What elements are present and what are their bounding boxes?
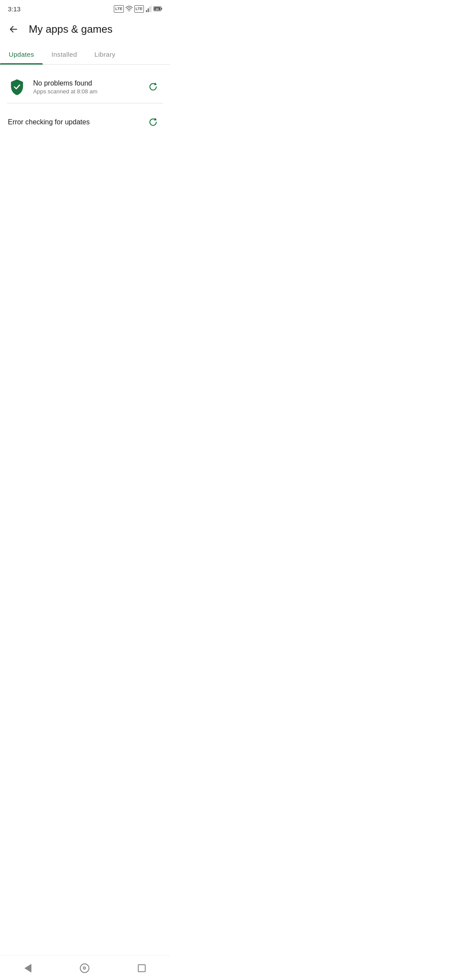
update-refresh-button[interactable]	[144, 113, 162, 131]
svg-rect-6	[161, 8, 162, 10]
security-subtitle: Apps scanned at 8:08 am	[33, 88, 137, 95]
battery-icon: 96	[154, 6, 162, 12]
divider	[7, 103, 163, 103]
security-title: No problems found	[33, 79, 137, 87]
security-text: No problems found Apps scanned at 8:08 a…	[33, 79, 137, 95]
signal-icon	[146, 5, 152, 12]
svg-rect-2	[148, 8, 149, 12]
back-button[interactable]	[5, 21, 22, 38]
tabs-container: Updates Installed Library	[0, 45, 170, 65]
page-title: My apps & games	[29, 23, 113, 35]
svg-rect-4	[151, 5, 152, 12]
svg-rect-1	[146, 10, 147, 12]
error-text: Error checking for updates	[8, 118, 137, 126]
lte2-icon: LTE	[134, 5, 144, 13]
tab-installed[interactable]: Installed	[43, 45, 86, 64]
status-time: 3:13	[8, 5, 20, 13]
error-row: Error checking for updates	[0, 104, 170, 140]
svg-text:96: 96	[156, 7, 159, 10]
svg-rect-3	[150, 7, 150, 12]
content-area: No problems found Apps scanned at 8:08 a…	[0, 65, 170, 147]
tab-library[interactable]: Library	[86, 45, 124, 64]
status-bar: 3:13 LTE LTE 96	[0, 0, 170, 16]
wifi-icon	[126, 6, 133, 12]
status-icons: LTE LTE 96	[114, 5, 162, 13]
tab-updates[interactable]: Updates	[0, 45, 43, 64]
svg-point-0	[129, 10, 130, 11]
security-row: No problems found Apps scanned at 8:08 a…	[0, 72, 170, 102]
app-bar: My apps & games	[0, 16, 170, 43]
lte1-icon: LTE	[114, 5, 123, 13]
security-refresh-button[interactable]	[144, 78, 162, 96]
shield-icon	[8, 78, 26, 96]
back-arrow-icon	[9, 24, 18, 34]
